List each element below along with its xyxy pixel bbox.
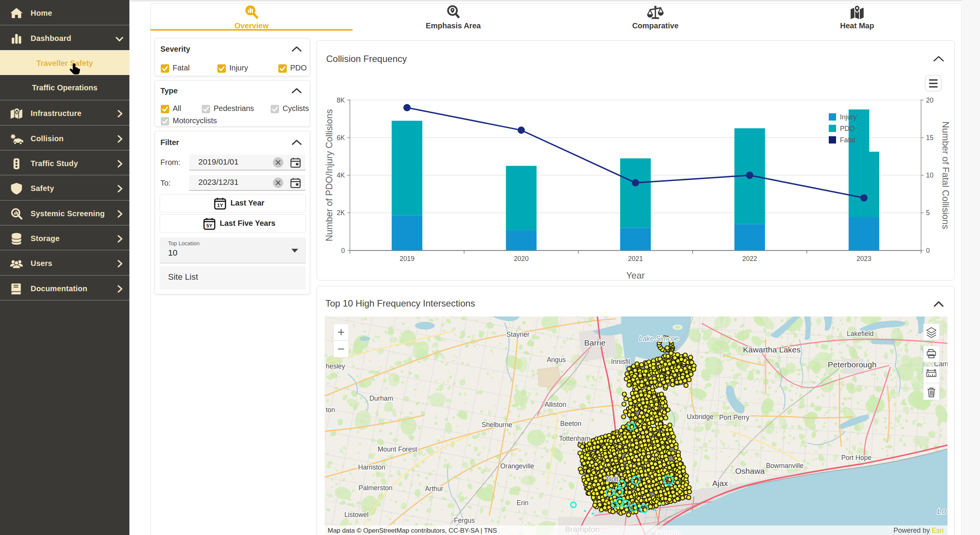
svg-text:hesley: hesley — [326, 362, 345, 370]
svg-text:Shelburne: Shelburne — [482, 421, 512, 429]
svg-text:4K: 4K — [337, 171, 345, 179]
svg-text:Barrie: Barrie — [584, 338, 606, 347]
svg-text:Fatal: Fatal — [840, 136, 855, 144]
svg-text:Collision Frequency: Collision Frequency — [326, 54, 407, 64]
svg-text:Tottenham: Tottenham — [559, 435, 590, 442]
svg-text:8K: 8K — [337, 96, 345, 104]
svg-text:2023: 2023 — [856, 255, 871, 263]
svg-text:Number of Fatal Collisions: Number of Fatal Collisions — [941, 121, 951, 229]
svg-text:Arthur: Arthur — [425, 485, 443, 493]
svg-text:15: 15 — [926, 134, 933, 142]
svg-text:Port Perry: Port Perry — [719, 414, 750, 421]
svg-text:Mount Forest: Mount Forest — [377, 445, 417, 453]
svg-text:PDO: PDO — [840, 125, 855, 132]
svg-text:Port Hope: Port Hope — [841, 454, 872, 462]
svg-text:Fergus: Fergus — [454, 517, 475, 524]
svg-text:Kawartha Lakes: Kawartha Lakes — [743, 345, 801, 354]
svg-text:6K: 6K — [337, 134, 345, 142]
svg-text:Number of PDO/Injury Collision: Number of PDO/Injury Collisions — [324, 109, 334, 241]
svg-text:1Y: 1Y — [217, 203, 223, 208]
svg-text:Angus: Angus — [547, 356, 566, 364]
svg-text:Injury: Injury — [840, 113, 857, 121]
svg-text:Stayner: Stayner — [506, 331, 529, 338]
svg-text:2K: 2K — [337, 209, 345, 217]
svg-text:Beeton: Beeton — [560, 420, 581, 427]
svg-text:0: 0 — [341, 247, 345, 254]
svg-text:2022: 2022 — [742, 255, 757, 263]
svg-text:Durham: Durham — [369, 395, 393, 402]
svg-text:2019: 2019 — [400, 255, 415, 263]
svg-text:Map data © OpenStreetMap contr: Map data © OpenStreetMap contributors, C… — [328, 527, 497, 534]
svg-text:0: 0 — [926, 247, 930, 254]
svg-text:Palmerston: Palmerston — [359, 484, 393, 492]
svg-text:Bowmanville: Bowmanville — [766, 462, 804, 470]
svg-text:Bolt: Bolt — [607, 475, 618, 483]
svg-text:Year: Year — [626, 270, 645, 281]
svg-text:Powered by Esri: Powered by Esri — [893, 527, 944, 534]
svg-text:2021: 2021 — [628, 255, 643, 263]
svg-text:Lake Simcoe: Lake Simcoe — [639, 335, 679, 343]
svg-text:Ajax: Ajax — [712, 479, 728, 488]
svg-text:Erin: Erin — [516, 499, 528, 507]
svg-text:Listowel: Listowel — [344, 511, 368, 519]
svg-text:Peterborough: Peterborough — [828, 360, 876, 369]
svg-text:Alliston: Alliston — [545, 401, 566, 408]
svg-text:Lo: Lo — [937, 507, 946, 515]
svg-text:ton: ton — [326, 406, 335, 414]
svg-text:Orangeville: Orangeville — [500, 462, 534, 470]
svg-text:Lakefield: Lakefield — [847, 330, 874, 338]
svg-text:5Y: 5Y — [206, 223, 212, 228]
svg-text:5: 5 — [926, 209, 930, 217]
svg-text:2020: 2020 — [514, 255, 529, 263]
svg-text:10: 10 — [926, 171, 934, 179]
svg-text:Innisfil: Innisfil — [611, 358, 630, 365]
svg-text:Uxbridge: Uxbridge — [687, 413, 714, 421]
svg-text:20: 20 — [926, 96, 934, 104]
svg-text:Oshawa: Oshawa — [735, 466, 764, 475]
svg-text:Harriston: Harriston — [358, 463, 385, 471]
